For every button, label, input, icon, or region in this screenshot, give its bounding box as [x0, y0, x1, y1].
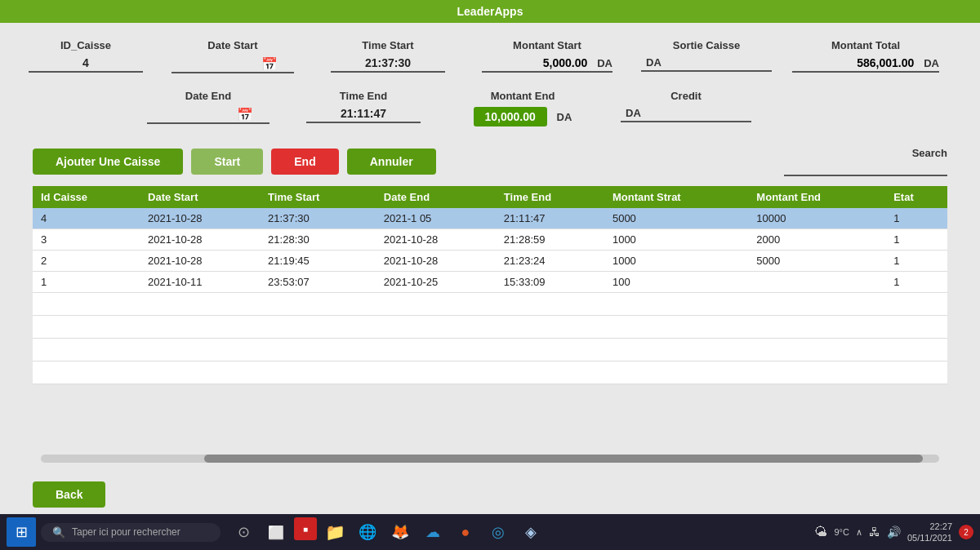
table-cell-empty	[748, 293, 885, 316]
table-cell: 3	[33, 229, 140, 251]
montant-total-value: 586,001.00	[792, 56, 919, 69]
time-end-label: Time End	[340, 90, 387, 102]
table-cell: 15:33:09	[496, 272, 604, 293]
table-cell-empty	[140, 339, 260, 361]
table-cell: 5000	[748, 251, 885, 272]
scrollbar-track[interactable]	[41, 455, 939, 463]
table-cell: 2021-10-28	[140, 251, 260, 272]
ajouter-button[interactable]: Ajouter Une Caisse	[33, 149, 183, 175]
table-row[interactable]: 42021-10-2821:37:302021-1 0521:11:475000…	[33, 208, 947, 229]
table-cell-empty	[376, 316, 496, 339]
back-button[interactable]: Back	[33, 481, 105, 508]
table-cell-empty	[260, 361, 376, 384]
taskbar-icon-app4[interactable]: ☁	[418, 517, 448, 547]
date-end-input-wrapper: 05/11/2021 📅	[147, 107, 270, 124]
table-cell-empty	[33, 339, 140, 361]
col-time-start: Time Start	[260, 186, 376, 208]
table-cell: 21:28:59	[496, 229, 604, 251]
table-cell: 2021-10-28	[376, 251, 496, 272]
table-cell: 100	[604, 272, 748, 293]
table-cell: 1	[33, 272, 140, 293]
id-caisse-value: 4	[29, 56, 143, 73]
taskbar-icon-app5[interactable]: ●	[451, 517, 480, 547]
montant-total-da: DA	[924, 57, 939, 69]
taskbar-weather-icon: 🌤	[814, 525, 827, 539]
table-row[interactable]: 22021-10-2821:19:452021-10-2821:23:24100…	[33, 251, 947, 272]
table-cell-empty	[260, 316, 376, 339]
id-caisse-field: ID_Caisse 4	[33, 39, 139, 73]
taskbar-icon-app7[interactable]: ◈	[516, 517, 546, 547]
table-cell-empty	[604, 339, 748, 361]
table-cell-empty	[748, 339, 885, 361]
col-etat: Etat	[885, 186, 947, 208]
table-cell: 2021-10-28	[376, 229, 496, 251]
search-input[interactable]	[784, 161, 947, 176]
taskbar-network-icon[interactable]: 🖧	[869, 526, 880, 539]
table-cell-empty	[140, 361, 260, 384]
taskbar-volume-icon[interactable]: 🔊	[887, 526, 901, 539]
table-cell: 23:53:07	[260, 272, 376, 293]
table-row[interactable]: 12021-10-1123:53:072021-10-2515:33:09100…	[33, 272, 947, 293]
date-start-input[interactable]: 28/10/2021	[172, 58, 261, 70]
credit-da: DA	[626, 107, 641, 119]
taskbar-icon-cortana[interactable]: ⊙	[229, 517, 258, 547]
annuler-button[interactable]: Annuler	[347, 149, 436, 175]
id-caisse-label: ID_Caisse	[60, 39, 111, 51]
montant-end-field: Montant End 10,000.00 DA	[449, 90, 596, 126]
table-row-empty	[33, 316, 947, 339]
taskbar-icon-explorer[interactable]: 📁	[320, 517, 350, 547]
table-container: Id Caisse Date Start Time Start Date End…	[33, 186, 947, 450]
table-cell: 1	[885, 229, 947, 251]
table-row[interactable]: 32021-10-2821:28:302021-10-2821:28:59100…	[33, 229, 947, 251]
montant-total-field: Montant Total 586,001.00 DA	[792, 39, 939, 73]
taskbar-icon-app2[interactable]: 🌐	[353, 517, 382, 547]
scrollbar-thumb[interactable]	[204, 455, 923, 463]
date-start-input-wrapper: 28/10/2021 📅	[172, 56, 294, 73]
table-cell-empty	[885, 316, 947, 339]
buttons-row: Ajouter Une Caisse Start End Annuler Sea…	[33, 147, 947, 176]
table-cell-empty	[33, 316, 140, 339]
table-cell-empty	[604, 316, 748, 339]
table-cell: 1	[885, 251, 947, 272]
date-start-calendar-icon[interactable]: 📅	[261, 56, 278, 72]
table-cell: 1000	[604, 251, 748, 272]
taskbar-icon-app6[interactable]: ◎	[483, 517, 513, 547]
montant-start-value: 5,000.00	[482, 56, 592, 69]
table-cell: 1000	[604, 229, 748, 251]
taskbar-time-value: 22:27	[907, 521, 952, 532]
end-button[interactable]: End	[271, 149, 338, 175]
sortie-caisse-label: Sortie Caisse	[673, 39, 740, 51]
taskbar-notification-badge[interactable]: 2	[959, 525, 973, 539]
taskbar-icon-app1[interactable]: ■	[294, 517, 317, 540]
table-cell-empty	[260, 293, 376, 316]
data-table: Id Caisse Date Start Time Start Date End…	[33, 186, 947, 384]
table-cell-empty	[885, 339, 947, 361]
scrollbar-row	[33, 450, 947, 467]
taskbar-expand-icon[interactable]: ∧	[856, 527, 862, 538]
search-label: Search	[912, 147, 947, 159]
table-cell-empty	[376, 339, 496, 361]
montant-total-label: Montant Total	[831, 39, 900, 51]
sortie-caisse-wrapper: DA	[641, 56, 772, 72]
table-cell-empty	[748, 316, 885, 339]
taskbar-icon-app3[interactable]: 🦊	[385, 517, 415, 547]
table-cell-empty	[496, 361, 604, 384]
montant-start-label: Montant Start	[513, 39, 581, 51]
start-menu-button[interactable]: ⊞	[7, 517, 36, 547]
table-cell: 2021-10-28	[140, 229, 260, 251]
start-button[interactable]: Start	[191, 149, 263, 175]
bottom-bar: Back	[0, 475, 980, 514]
table-cell-empty	[748, 361, 885, 384]
table-cell: 2021-1 05	[376, 208, 496, 229]
table-cell: 1	[885, 272, 947, 293]
table-cell: 2021-10-25	[376, 272, 496, 293]
taskbar-icon-taskview[interactable]: ⬜	[261, 517, 291, 547]
montant-start-da: DA	[597, 57, 612, 69]
sortie-caisse-da: DA	[646, 56, 662, 69]
date-end-calendar-icon[interactable]: 📅	[237, 107, 253, 122]
date-end-input[interactable]: 05/11/2021	[147, 109, 237, 121]
sortie-caisse-field: Sortie Caisse DA	[645, 39, 768, 72]
table-cell: 21:37:30	[260, 208, 376, 229]
date-start-field: Date Start 28/10/2021 📅	[163, 39, 302, 73]
taskbar-search-bar[interactable]: 🔍 Taper ici pour rechercher	[41, 523, 220, 542]
